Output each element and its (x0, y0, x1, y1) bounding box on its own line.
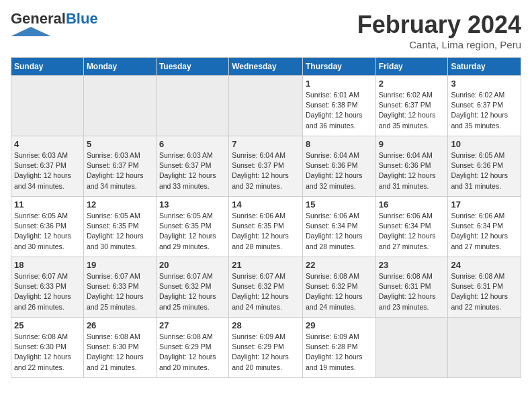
day-info: Sunrise: 6:07 AMSunset: 6:32 PMDaylight:… (159, 271, 226, 312)
week-row-4: 18Sunrise: 6:07 AMSunset: 6:33 PMDayligh… (11, 257, 521, 318)
column-header-saturday: Saturday (448, 58, 521, 76)
calendar-cell (375, 318, 448, 378)
day-info: Sunrise: 6:04 AMSunset: 6:36 PMDaylight:… (306, 150, 373, 191)
column-header-friday: Friday (375, 58, 448, 76)
day-number: 16 (379, 199, 445, 210)
day-number: 29 (306, 320, 373, 330)
day-info: Sunrise: 6:05 AMSunset: 6:36 PMDaylight:… (14, 211, 81, 252)
calendar-cell: 12Sunrise: 6:05 AMSunset: 6:35 PMDayligh… (83, 197, 156, 257)
svg-marker-0 (11, 27, 51, 36)
calendar-cell: 17Sunrise: 6:06 AMSunset: 6:34 PMDayligh… (448, 197, 521, 257)
calendar-header-row: SundayMondayTuesdayWednesdayThursdayFrid… (11, 58, 521, 76)
day-number: 11 (14, 199, 81, 210)
calendar-cell: 5Sunrise: 6:03 AMSunset: 6:37 PMDaylight… (83, 136, 156, 197)
day-info: Sunrise: 6:09 AMSunset: 6:28 PMDaylight:… (306, 332, 373, 373)
day-number: 8 (306, 139, 373, 149)
calendar-cell: 21Sunrise: 6:07 AMSunset: 6:32 PMDayligh… (229, 257, 303, 318)
calendar-cell: 10Sunrise: 6:05 AMSunset: 6:36 PMDayligh… (448, 136, 521, 197)
day-number: 15 (306, 199, 373, 210)
column-header-sunday: Sunday (11, 58, 84, 76)
calendar-cell: 9Sunrise: 6:04 AMSunset: 6:36 PMDaylight… (375, 136, 448, 197)
column-header-tuesday: Tuesday (156, 58, 228, 76)
day-info: Sunrise: 6:01 AMSunset: 6:38 PMDaylight:… (306, 90, 373, 131)
day-number: 6 (159, 139, 226, 149)
day-info: Sunrise: 6:08 AMSunset: 6:31 PMDaylight:… (379, 271, 445, 312)
calendar-cell: 7Sunrise: 6:04 AMSunset: 6:37 PMDaylight… (229, 136, 303, 197)
day-info: Sunrise: 6:05 AMSunset: 6:35 PMDaylight:… (87, 211, 153, 252)
day-number: 26 (87, 320, 153, 330)
calendar-table: SundayMondayTuesdayWednesdayThursdayFrid… (11, 57, 521, 378)
day-info: Sunrise: 6:03 AMSunset: 6:37 PMDaylight:… (159, 150, 226, 191)
week-row-2: 4Sunrise: 6:03 AMSunset: 6:37 PMDaylight… (11, 136, 521, 197)
calendar-cell: 16Sunrise: 6:06 AMSunset: 6:34 PMDayligh… (375, 197, 448, 257)
calendar-cell: 29Sunrise: 6:09 AMSunset: 6:28 PMDayligh… (302, 318, 375, 378)
day-info: Sunrise: 6:08 AMSunset: 6:32 PMDaylight:… (306, 271, 373, 312)
day-number: 20 (159, 260, 226, 270)
day-number: 14 (232, 199, 300, 210)
day-info: Sunrise: 6:08 AMSunset: 6:30 PMDaylight:… (87, 332, 153, 373)
calendar-cell: 20Sunrise: 6:07 AMSunset: 6:32 PMDayligh… (156, 257, 228, 318)
page-header: GeneralBlue February 2024 Canta, Lima re… (11, 11, 521, 50)
day-number: 3 (451, 79, 518, 89)
day-info: Sunrise: 6:07 AMSunset: 6:33 PMDaylight:… (87, 271, 153, 312)
calendar-cell: 3Sunrise: 6:02 AMSunset: 6:37 PMDaylight… (448, 76, 521, 136)
calendar-cell (11, 76, 84, 136)
day-info: Sunrise: 6:07 AMSunset: 6:32 PMDaylight:… (232, 271, 300, 312)
calendar-cell: 14Sunrise: 6:06 AMSunset: 6:35 PMDayligh… (229, 197, 303, 257)
calendar-cell (156, 76, 228, 136)
week-row-1: 1Sunrise: 6:01 AMSunset: 6:38 PMDaylight… (11, 76, 521, 136)
logo: GeneralBlue (11, 11, 98, 39)
calendar-cell: 11Sunrise: 6:05 AMSunset: 6:36 PMDayligh… (11, 197, 84, 257)
day-info: Sunrise: 6:08 AMSunset: 6:31 PMDaylight:… (451, 271, 518, 312)
calendar-cell: 6Sunrise: 6:03 AMSunset: 6:37 PMDaylight… (156, 136, 228, 197)
day-number: 4 (14, 139, 81, 149)
location: Canta, Lima region, Peru (357, 39, 521, 50)
logo-blue-text: Blue (66, 10, 98, 27)
calendar-cell: 26Sunrise: 6:08 AMSunset: 6:30 PMDayligh… (83, 318, 156, 378)
calendar-cell: 1Sunrise: 6:01 AMSunset: 6:38 PMDaylight… (302, 76, 375, 136)
calendar-cell: 27Sunrise: 6:08 AMSunset: 6:29 PMDayligh… (156, 318, 228, 378)
day-info: Sunrise: 6:08 AMSunset: 6:29 PMDaylight:… (159, 332, 226, 373)
day-info: Sunrise: 6:06 AMSunset: 6:35 PMDaylight:… (232, 211, 300, 252)
day-number: 18 (14, 260, 81, 270)
title-block: February 2024 Canta, Lima region, Peru (357, 11, 521, 50)
calendar-cell: 23Sunrise: 6:08 AMSunset: 6:31 PMDayligh… (375, 257, 448, 318)
calendar-cell: 18Sunrise: 6:07 AMSunset: 6:33 PMDayligh… (11, 257, 84, 318)
day-number: 7 (232, 139, 300, 149)
day-number: 24 (451, 260, 518, 270)
logo-icon (11, 27, 51, 36)
calendar-cell (83, 76, 156, 136)
calendar-cell: 22Sunrise: 6:08 AMSunset: 6:32 PMDayligh… (302, 257, 375, 318)
day-info: Sunrise: 6:05 AMSunset: 6:35 PMDaylight:… (159, 211, 226, 252)
column-header-thursday: Thursday (302, 58, 375, 76)
day-info: Sunrise: 6:06 AMSunset: 6:34 PMDaylight:… (451, 211, 518, 252)
day-number: 22 (306, 260, 373, 270)
day-info: Sunrise: 6:05 AMSunset: 6:36 PMDaylight:… (451, 150, 518, 191)
calendar-cell: 28Sunrise: 6:09 AMSunset: 6:29 PMDayligh… (229, 318, 303, 378)
day-number: 25 (14, 320, 81, 330)
day-number: 1 (306, 79, 373, 89)
day-info: Sunrise: 6:02 AMSunset: 6:37 PMDaylight:… (451, 90, 518, 131)
logo-general-text: General (11, 10, 66, 27)
calendar-cell: 2Sunrise: 6:02 AMSunset: 6:37 PMDaylight… (375, 76, 448, 136)
column-header-monday: Monday (83, 58, 156, 76)
week-row-5: 25Sunrise: 6:08 AMSunset: 6:30 PMDayligh… (11, 318, 521, 378)
day-info: Sunrise: 6:03 AMSunset: 6:37 PMDaylight:… (14, 150, 81, 191)
day-number: 17 (451, 199, 518, 210)
day-number: 27 (159, 320, 226, 330)
day-info: Sunrise: 6:06 AMSunset: 6:34 PMDaylight:… (306, 211, 373, 252)
day-info: Sunrise: 6:04 AMSunset: 6:37 PMDaylight:… (232, 150, 300, 191)
day-number: 28 (232, 320, 300, 330)
calendar-cell: 15Sunrise: 6:06 AMSunset: 6:34 PMDayligh… (302, 197, 375, 257)
day-info: Sunrise: 6:02 AMSunset: 6:37 PMDaylight:… (379, 90, 445, 131)
day-number: 12 (87, 199, 153, 210)
day-number: 23 (379, 260, 445, 270)
calendar-cell: 13Sunrise: 6:05 AMSunset: 6:35 PMDayligh… (156, 197, 228, 257)
day-info: Sunrise: 6:08 AMSunset: 6:30 PMDaylight:… (14, 332, 81, 373)
calendar-cell (448, 318, 521, 378)
day-number: 9 (379, 139, 445, 149)
day-number: 2 (379, 79, 445, 89)
day-number: 5 (87, 139, 153, 149)
week-row-3: 11Sunrise: 6:05 AMSunset: 6:36 PMDayligh… (11, 197, 521, 257)
calendar-cell: 24Sunrise: 6:08 AMSunset: 6:31 PMDayligh… (448, 257, 521, 318)
